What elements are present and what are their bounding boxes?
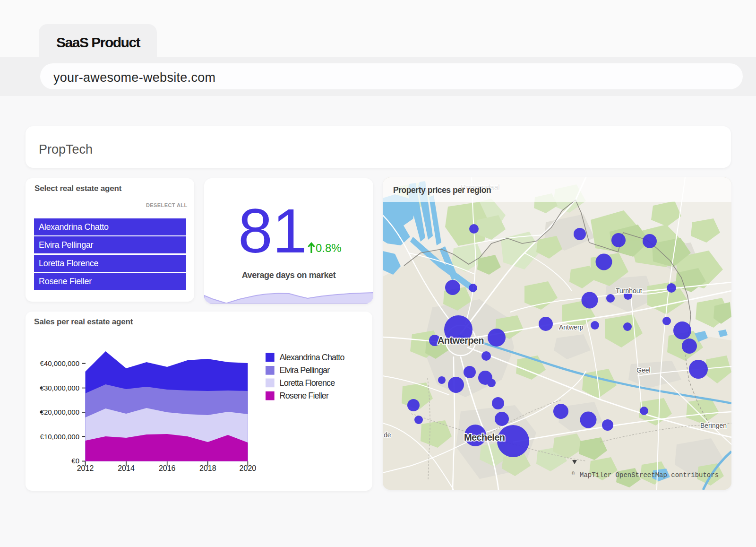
svg-text:€0: €0: [71, 457, 79, 465]
svg-text:€10,000,000: €10,000,000: [40, 433, 79, 441]
svg-text:2020: 2020: [240, 464, 257, 472]
svg-text:de: de: [384, 431, 391, 439]
svg-text:Property prices per region: Property prices per region: [393, 185, 491, 195]
svg-text:Rosene Fieller: Rosene Fieller: [280, 391, 329, 400]
svg-text:€30,000,000: €30,000,000: [40, 384, 79, 392]
svg-text:Turnhout: Turnhout: [616, 287, 642, 295]
svg-text:Loretta Florence: Loretta Florence: [280, 378, 335, 388]
svg-text:€40,000,000: €40,000,000: [40, 359, 79, 367]
svg-text:Beringen: Beringen: [700, 422, 727, 429]
svg-text:2016: 2016: [159, 464, 176, 472]
svg-text:2018: 2018: [199, 464, 216, 472]
svg-text:Elvira Pellingar: Elvira Pellingar: [280, 365, 330, 375]
svg-text:Mechelen: Mechelen: [464, 432, 505, 443]
svg-text:Antwerp: Antwerp: [559, 323, 584, 331]
svg-text:0.8%: 0.8%: [316, 242, 342, 254]
svg-text:€20,000,000: €20,000,000: [40, 408, 79, 416]
svg-text:MapTiler OpenStreetMap contrib: MapTiler OpenStreetMap contributors: [580, 471, 719, 479]
svg-text:Antwerpen: Antwerpen: [438, 335, 484, 346]
svg-text:2014: 2014: [118, 464, 135, 472]
svg-text:Alexandrina Chatto: Alexandrina Chatto: [280, 353, 345, 362]
svg-text:©: ©: [572, 471, 575, 477]
svg-text:2012: 2012: [77, 464, 94, 472]
svg-text:Geel: Geel: [636, 366, 651, 374]
